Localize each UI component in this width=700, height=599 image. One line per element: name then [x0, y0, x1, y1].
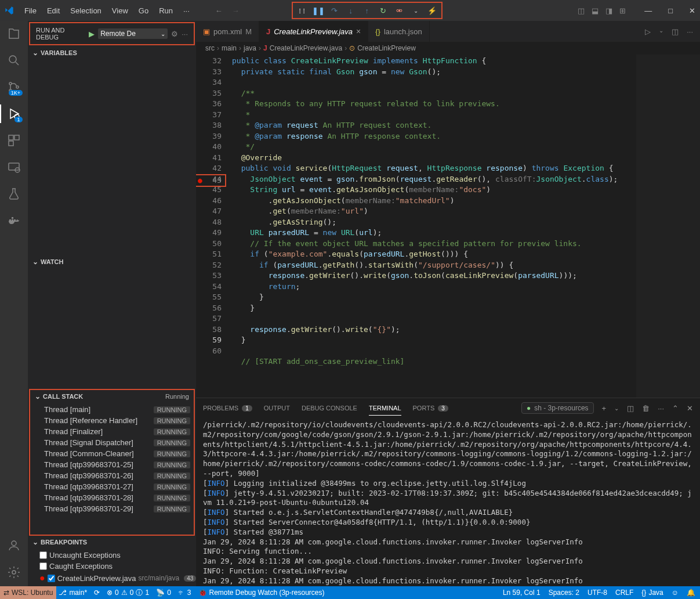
- watch-header[interactable]: ⌄WATCH: [28, 255, 196, 268]
- run-file-icon[interactable]: ▷: [645, 27, 651, 36]
- thread-row[interactable]: Thread [main]RUNNING: [30, 404, 194, 415]
- close-icon[interactable]: ✕: [689, 6, 695, 15]
- remote-explorer-icon[interactable]: [7, 160, 21, 174]
- problems-status[interactable]: ⊗ 0 ⚠ 0 ⓘ 1: [107, 588, 149, 598]
- thread-row[interactable]: Thread [qtp399683701-25]RUNNING: [30, 459, 194, 470]
- split-terminal-icon[interactable]: ◫: [627, 404, 634, 413]
- bp-uncaught[interactable]: Uncaught Exceptions: [28, 550, 196, 561]
- trash-icon[interactable]: 🗑: [642, 404, 650, 413]
- language-mode[interactable]: {} Java: [641, 589, 663, 597]
- thread-row[interactable]: Thread [Signal Dispatcher]RUNNING: [30, 437, 194, 448]
- encoding[interactable]: UTF-8: [587, 589, 607, 597]
- start-debug-icon[interactable]: ▶: [89, 30, 95, 38]
- new-terminal-icon[interactable]: +: [602, 404, 607, 413]
- bp-caught[interactable]: Caught Exceptions: [28, 561, 196, 572]
- notifications-icon[interactable]: 🔔: [687, 589, 695, 597]
- problems-tab[interactable]: PROBLEMS1: [203, 401, 252, 415]
- layout-panel-left-icon[interactable]: ◫: [578, 6, 585, 15]
- radio-icon[interactable]: 📡 0: [156, 589, 171, 597]
- ports-tab[interactable]: PORTS3: [413, 401, 448, 415]
- callstack-header[interactable]: ⌄CALL STACKRunning: [30, 390, 194, 403]
- split-editor-icon[interactable]: ◫: [672, 27, 679, 36]
- layout-customize-icon[interactable]: ⊞: [619, 6, 626, 15]
- config-dropdown[interactable]: Remote De⌄: [98, 28, 168, 39]
- menu-file[interactable]: File: [20, 4, 41, 17]
- account-icon[interactable]: [7, 539, 21, 553]
- pause-icon[interactable]: ❚❚: [314, 6, 323, 15]
- minimap[interactable]: [636, 55, 700, 398]
- step-out-icon[interactable]: ↑: [362, 6, 372, 15]
- layout-panel-bottom-icon[interactable]: ⬓: [592, 6, 599, 15]
- debug-console-tab[interactable]: DEBUG CONSOLE: [302, 401, 357, 415]
- tab-launch[interactable]: {}launch.json: [368, 21, 429, 42]
- search-icon[interactable]: [7, 53, 21, 67]
- editor-content[interactable]: 3233343536373839404142434445464748495051…: [196, 55, 700, 398]
- menu-run[interactable]: Run: [154, 4, 177, 17]
- thread-row[interactable]: Thread [qtp399683701-29]RUNNING: [30, 503, 194, 514]
- debug-status[interactable]: 🐞 Remote Debug Watch (3p-resources): [198, 589, 325, 597]
- breakpoints-header[interactable]: ⌄BREAKPOINTS: [28, 536, 196, 549]
- eol[interactable]: CRLF: [615, 589, 633, 597]
- terminal-selector[interactable]: sh - 3p-resources: [521, 402, 594, 414]
- back-arrow[interactable]: ←: [215, 6, 223, 15]
- run-debug-icon[interactable]: 1: [7, 107, 21, 121]
- ports-status[interactable]: ᯤ 3: [178, 589, 191, 597]
- tab-more-icon[interactable]: ···: [687, 27, 693, 36]
- sync-button[interactable]: ⟳: [94, 589, 100, 597]
- thread-row[interactable]: Thread [qtp399683701-28]RUNNING: [30, 492, 194, 503]
- more-icon[interactable]: ···: [182, 30, 188, 38]
- docker-icon[interactable]: [7, 214, 21, 228]
- close-tab-icon[interactable]: ×: [356, 27, 361, 36]
- extensions-icon[interactable]: [7, 133, 21, 147]
- tab-createlinkpreview[interactable]: JCreateLinkPreview.java×: [259, 21, 368, 42]
- chevron-down-icon[interactable]: ⌄: [614, 405, 619, 412]
- menu-more[interactable]: ···: [179, 4, 194, 17]
- indentation[interactable]: Spaces: 2: [549, 589, 579, 597]
- git-branch[interactable]: ⎇ main*: [59, 589, 87, 597]
- explorer-icon[interactable]: [7, 27, 21, 41]
- code-area[interactable]: public class CreateLinkPreview implement…: [232, 55, 636, 398]
- thread-row[interactable]: Thread [qtp399683701-26]RUNNING: [30, 470, 194, 481]
- menu-go[interactable]: Go: [134, 4, 153, 17]
- source-control-icon[interactable]: 1K+: [7, 80, 21, 94]
- cursor-position[interactable]: Ln 59, Col 1: [503, 589, 541, 597]
- tab-pom[interactable]: ▣pom.xmlM: [196, 21, 259, 42]
- config-gear-icon[interactable]: ⚙: [171, 30, 178, 38]
- menu-edit[interactable]: Edit: [42, 4, 64, 17]
- flask-icon[interactable]: [7, 187, 21, 201]
- minimize-icon[interactable]: —: [644, 6, 652, 15]
- output-tab[interactable]: OUTPUT: [264, 401, 290, 415]
- menu-view[interactable]: View: [107, 4, 133, 17]
- chevron-down-icon: ⌄: [32, 538, 41, 546]
- drag-handle-icon[interactable]: ⫶⫶: [298, 6, 307, 15]
- step-into-icon[interactable]: ↓: [346, 6, 356, 15]
- thread-row[interactable]: Thread [Reference Handler]RUNNING: [30, 415, 194, 426]
- svg-rect-7: [9, 141, 13, 146]
- panel-close-icon[interactable]: ✕: [687, 404, 693, 413]
- menu-selection[interactable]: Selection: [66, 4, 106, 17]
- remote-indicator[interactable]: ⇄ WSL: Ubuntu: [0, 586, 56, 599]
- thread-row[interactable]: Thread [Common-Cleaner]RUNNING: [30, 448, 194, 459]
- thread-row[interactable]: Thread [qtp399683701-27]RUNNING: [30, 481, 194, 492]
- chevron-down-icon[interactable]: ⌄: [411, 6, 420, 15]
- variables-header[interactable]: ⌄VARIABLES: [28, 46, 196, 59]
- panel-up-icon[interactable]: ⌃: [672, 404, 679, 413]
- step-over-icon[interactable]: ↷: [330, 6, 339, 15]
- maximize-icon[interactable]: □: [668, 6, 673, 15]
- feedback-icon[interactable]: ☺: [672, 589, 679, 597]
- fwd-arrow[interactable]: →: [232, 6, 240, 15]
- breadcrumb[interactable]: src› main› java› JCreateLinkPreview.java…: [196, 42, 700, 55]
- breakpoint-line[interactable]: 43: [196, 174, 226, 187]
- terminal-output[interactable]: /pierrick/.m2/repository/io/cloudevents/…: [196, 418, 700, 586]
- bp-file[interactable]: ●CreateLinkPreview.javasrc/main/java43: [28, 572, 196, 584]
- chevron-down-icon[interactable]: ⌄: [659, 27, 663, 36]
- terminal-tab[interactable]: TERMINAL: [369, 401, 401, 416]
- restart-icon[interactable]: ↻: [379, 6, 388, 15]
- svg-point-15: [12, 571, 16, 574]
- hot-reload-icon[interactable]: ⚡: [427, 6, 437, 15]
- disconnect-icon[interactable]: ⚮: [395, 6, 404, 15]
- settings-gear-icon[interactable]: [7, 565, 21, 579]
- thread-row[interactable]: Thread [Finalizer]RUNNING: [30, 426, 194, 437]
- layout-panel-right-icon[interactable]: ◨: [605, 6, 612, 15]
- panel-more-icon[interactable]: ···: [658, 404, 664, 413]
